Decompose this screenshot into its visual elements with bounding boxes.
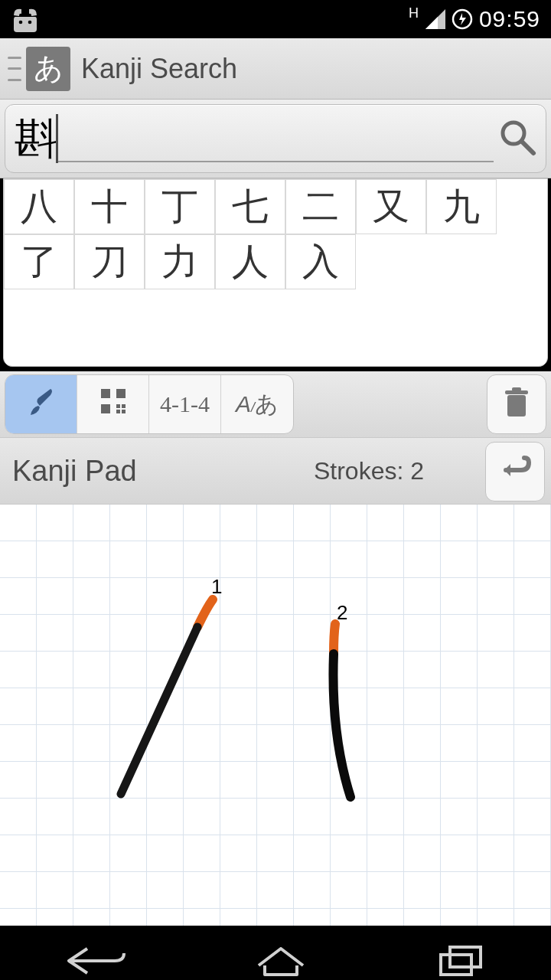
kanji-results: 八 十 丁 七 二 又 九 了 刀 力 人 入: [3, 178, 548, 367]
app-icon[interactable]: あ: [26, 47, 70, 91]
svg-rect-12: [507, 395, 526, 416]
svg-rect-6: [116, 389, 126, 398]
svg-rect-10: [116, 410, 120, 413]
mode-reading-button[interactable]: A/あ: [221, 375, 293, 433]
pad-header: Kanji Pad Strokes: 2: [0, 437, 551, 505]
kanji-result-cell[interactable]: 又: [356, 179, 426, 234]
input-mode-segmented: 4-1-4 A/あ: [5, 374, 294, 434]
mode-skip-button[interactable]: 4-1-4: [149, 375, 221, 433]
stroke-number: 2: [337, 601, 347, 625]
svg-line-4: [522, 142, 533, 153]
kanji-results-row: 了 刀 力 人 入: [4, 234, 547, 289]
svg-rect-16: [450, 947, 481, 967]
kanji-result-cell[interactable]: 二: [285, 179, 356, 234]
reading-icon: A/あ: [236, 393, 279, 416]
skip-code-label: 4-1-4: [160, 391, 210, 417]
svg-rect-7: [101, 404, 110, 413]
network-type-label: H: [409, 5, 419, 21]
svg-rect-11: [122, 410, 126, 413]
kanji-result-cell[interactable]: 丁: [145, 179, 215, 234]
stroke-count-label: Strokes: 2: [314, 457, 424, 485]
kanji-result-cell[interactable]: 入: [285, 234, 356, 289]
kanji-result-cell[interactable]: 力: [145, 234, 215, 289]
stroke-number: 1: [211, 575, 222, 599]
input-mode-toolbar: 4-1-4 A/あ: [0, 371, 551, 437]
kanji-result-cell[interactable]: 九: [426, 179, 497, 234]
drawer-icon[interactable]: [8, 57, 21, 81]
mode-radicals-button[interactable]: [77, 375, 149, 433]
drawing-pad[interactable]: 1 2: [0, 505, 551, 926]
action-bar: あ Kanji Search: [0, 38, 551, 100]
search-value: 斟: [13, 112, 57, 165]
os-logo-icon: [11, 6, 40, 32]
kanji-result-cell[interactable]: 刀: [74, 234, 145, 289]
svg-rect-8: [116, 404, 120, 408]
kanji-results-row: 八 十 丁 七 二 又 九: [4, 179, 547, 234]
recents-button[interactable]: [436, 944, 487, 980]
undo-button[interactable]: [485, 442, 545, 501]
back-button[interactable]: [64, 942, 126, 980]
brush-icon: [24, 384, 58, 424]
search-icon[interactable]: [497, 116, 538, 161]
system-nav-bar: [0, 926, 551, 980]
svg-point-1: [28, 21, 32, 24]
home-button[interactable]: [254, 944, 308, 980]
svg-rect-5: [101, 389, 110, 398]
svg-rect-14: [512, 387, 521, 391]
kanji-result-cell[interactable]: 八: [4, 179, 74, 234]
clear-button[interactable]: [487, 374, 546, 434]
mode-brush-button[interactable]: [5, 375, 77, 433]
status-bar: H 09:59: [0, 0, 551, 38]
kanji-result-cell[interactable]: 人: [215, 234, 285, 289]
clock-label: 09:59: [479, 6, 540, 32]
radicals-icon: [96, 384, 130, 424]
kanji-result-cell[interactable]: 十: [74, 179, 145, 234]
kanji-result-cell[interactable]: 了: [4, 234, 74, 289]
text-cursor: [56, 114, 58, 163]
page-title: Kanji Search: [81, 53, 237, 85]
search-input[interactable]: 斟: [5, 104, 546, 173]
pad-title: Kanji Pad: [12, 455, 137, 488]
search-bar: 斟: [0, 100, 551, 178]
svg-rect-15: [441, 955, 471, 975]
undo-icon: [497, 455, 533, 488]
strokes-canvas: [0, 505, 551, 926]
svg-rect-9: [122, 404, 126, 408]
signal-icon: [425, 9, 445, 29]
svg-point-0: [19, 21, 23, 24]
no-battery-icon: [452, 8, 473, 30]
kanji-result-cell[interactable]: 七: [215, 179, 285, 234]
trash-icon: [501, 386, 532, 423]
